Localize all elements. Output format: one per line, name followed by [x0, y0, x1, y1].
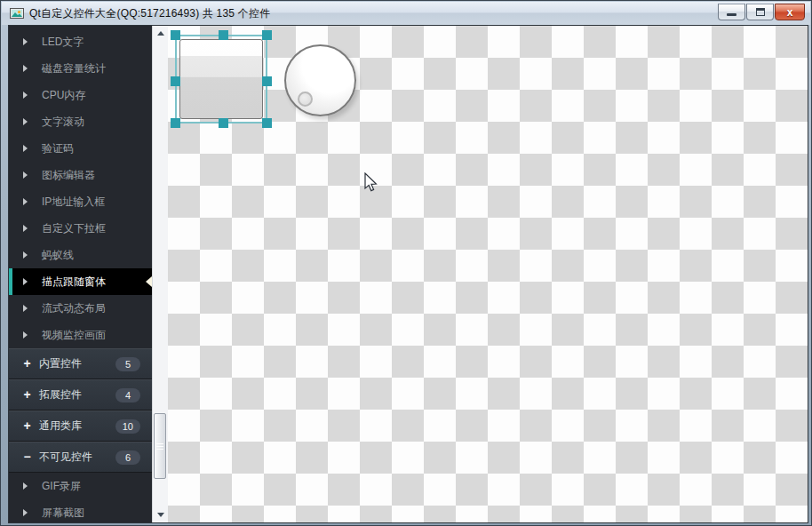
expand-arrow-icon	[23, 171, 28, 179]
expand-arrow-icon	[23, 198, 28, 205]
sidebar-item-label: 文字滚动	[42, 115, 84, 130]
minus-icon: −	[21, 451, 33, 463]
design-canvas[interactable]	[168, 26, 808, 522]
sidebar: LED文字磁盘容量统计CPU内存文字滚动验证码图标编辑器IP地址输入框自定义下拉…	[9, 26, 152, 522]
resize-handle-top-left[interactable]	[171, 30, 180, 40]
plus-icon: +	[21, 389, 33, 401]
sidebar-group-header[interactable]: −不可见控件6	[9, 442, 152, 473]
expand-arrow-icon	[23, 509, 28, 516]
expand-arrow-icon	[23, 305, 28, 312]
arrow-up-icon	[157, 31, 164, 36]
sidebar-item[interactable]: 文字滚动	[9, 108, 152, 135]
count-badge: 4	[115, 388, 140, 402]
scrollbar-thumb[interactable]	[154, 413, 166, 479]
sidebar-item[interactable]: 蚂蚁线	[9, 242, 152, 268]
sidebar-item-label: 视频监控画面	[42, 328, 106, 343]
app-window: Qt自定义控件大全(QQ:517216493) 共 135 个控件 x LED文…	[0, 0, 812, 526]
expand-arrow-icon	[23, 331, 28, 339]
sidebar-item-label: 流式动态布局	[42, 301, 106, 316]
close-button[interactable]: x	[775, 4, 805, 20]
scroll-down-button[interactable]	[153, 507, 168, 522]
minimize-button[interactable]	[718, 4, 745, 20]
window-title: Qt自定义控件大全(QQ:517216493) 共 135 个控件	[29, 6, 270, 21]
expand-arrow-icon	[23, 145, 28, 152]
sidebar-group-header[interactable]: +内置控件5	[9, 348, 152, 379]
arrow-down-icon	[157, 513, 164, 517]
close-icon: x	[787, 7, 793, 18]
sidebar-item-label: 蚂蚁线	[42, 248, 74, 263]
sidebar-item[interactable]: 视频监控画面	[9, 322, 152, 348]
maximize-icon	[756, 8, 765, 16]
sidebar-group-header[interactable]: +拓展控件4	[9, 379, 152, 410]
plus-icon: +	[21, 420, 33, 432]
minimize-icon	[727, 13, 736, 16]
sidebar-item[interactable]: CPU内存	[9, 82, 152, 108]
sidebar-item[interactable]: 磁盘容量统计	[9, 55, 152, 82]
maximize-button[interactable]	[746, 4, 774, 20]
count-badge: 10	[115, 419, 140, 434]
sidebar-item[interactable]: IP地址输入框	[9, 188, 152, 215]
expand-arrow-icon	[23, 251, 28, 259]
sidebar-group-label: 拓展控件	[39, 387, 82, 402]
sidebar-group-header[interactable]: +通用类库10	[9, 410, 152, 442]
plus-icon: +	[21, 358, 33, 370]
sidebar-item[interactable]: 自定义下拉框	[9, 215, 152, 242]
sidebar-item-label: IP地址输入框	[42, 195, 105, 210]
sidebar-item-label: CPU内存	[42, 88, 85, 103]
mouse-cursor-icon	[364, 172, 378, 194]
titlebar[interactable]: Qt自定义控件大全(QQ:517216493) 共 135 个控件 x	[2, 2, 810, 25]
sidebar-item-label: 验证码	[42, 141, 74, 156]
sidebar-item-label: 自定义下拉框	[42, 221, 106, 236]
sidebar-item[interactable]: GIF录屏	[9, 473, 152, 499]
sidebar-item-label: 屏幕截图	[42, 506, 84, 521]
sidebar-item-label: GIF录屏	[42, 479, 81, 494]
resize-handle-top-right[interactable]	[262, 30, 272, 40]
expand-arrow-icon	[23, 278, 28, 285]
resize-handle-left[interactable]	[171, 76, 180, 86]
sidebar-group-label: 通用类库	[39, 418, 82, 434]
expand-arrow-icon	[23, 65, 28, 72]
thumb-grip-icon	[156, 442, 163, 451]
expand-arrow-icon	[23, 225, 28, 232]
resize-handle-bottom-right[interactable]	[262, 118, 272, 128]
expand-arrow-icon	[23, 92, 28, 99]
count-badge: 5	[115, 357, 140, 371]
resize-handle-bottom-left[interactable]	[171, 118, 180, 128]
resize-handle-right[interactable]	[262, 76, 272, 86]
sidebar-item-label: 图标编辑器	[42, 168, 95, 183]
resize-handle-top[interactable]	[219, 30, 228, 40]
selected-widget[interactable]	[179, 39, 263, 119]
sidebar-item-selected[interactable]: 描点跟随窗体	[9, 268, 152, 295]
sidebar-item[interactable]: 图标编辑器	[9, 162, 152, 188]
sidebar-scrollbar[interactable]	[152, 26, 168, 522]
sidebar-item[interactable]: 屏幕截图	[9, 499, 152, 522]
expand-arrow-icon	[23, 118, 28, 125]
expand-arrow-icon	[23, 38, 28, 45]
sidebar-item-label: LED文字	[42, 35, 84, 50]
sidebar-item-label: 磁盘容量统计	[42, 61, 106, 76]
app-icon	[10, 6, 24, 20]
sidebar-item-label: 描点跟随窗体	[42, 275, 106, 290]
count-badge: 6	[115, 450, 140, 465]
sidebar-item[interactable]: LED文字	[9, 28, 152, 55]
expand-arrow-icon	[23, 482, 28, 490]
sidebar-group-label: 内置控件	[39, 356, 82, 371]
sidebar-item[interactable]: 流式动态布局	[9, 295, 152, 322]
floating-ball-widget[interactable]	[284, 44, 356, 116]
scroll-up-button[interactable]	[153, 26, 168, 41]
floating-ball-anchor-dot	[298, 92, 313, 107]
sidebar-group-label: 不可见控件	[39, 450, 92, 465]
selected-widget-frame[interactable]	[175, 35, 267, 124]
resize-handle-bottom[interactable]	[219, 118, 228, 128]
sidebar-item[interactable]: 验证码	[9, 135, 152, 162]
